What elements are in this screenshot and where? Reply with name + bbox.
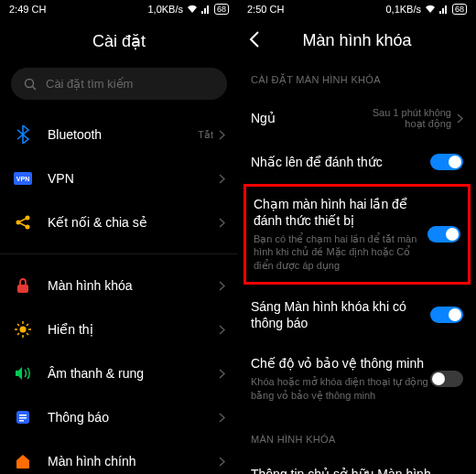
home-icon bbox=[13, 451, 33, 471]
status-bar: 2:49 CH 1,0KB/s 68 bbox=[0, 0, 238, 18]
search-input[interactable]: Cài đặt tìm kiếm bbox=[11, 68, 227, 100]
signal-icon bbox=[201, 5, 211, 14]
svg-line-15 bbox=[17, 324, 19, 326]
chevron-right-icon bbox=[219, 130, 225, 140]
svg-line-8 bbox=[20, 223, 26, 226]
status-right: 1,0KB/s 68 bbox=[147, 4, 229, 15]
row-home[interactable]: Màn hình chính bbox=[0, 439, 238, 474]
row-lockscreen[interactable]: Màn hình khóa bbox=[0, 264, 238, 307]
battery-icon: 68 bbox=[452, 4, 467, 15]
wifi-icon bbox=[187, 5, 198, 14]
chevron-right-icon bbox=[219, 457, 225, 467]
chevron-right-icon bbox=[219, 413, 225, 423]
svg-point-6 bbox=[26, 225, 30, 230]
row-bluetooth[interactable]: Bluetooth Tắt bbox=[0, 113, 238, 156]
chevron-right-icon bbox=[457, 113, 463, 124]
speaker-icon bbox=[13, 363, 33, 383]
toggle-raise-to-wake[interactable] bbox=[430, 154, 463, 170]
share-icon bbox=[13, 212, 33, 232]
svg-point-0 bbox=[26, 79, 34, 87]
status-time: 2:50 CH bbox=[247, 4, 284, 15]
row-double-tap-wake[interactable]: Chạm màn hình hai lần để đánh thức thiết… bbox=[254, 196, 460, 273]
row-sleep[interactable]: Ngủ Sau 1 phút không hoạt động bbox=[238, 95, 476, 142]
svg-point-4 bbox=[16, 221, 21, 225]
row-sound[interactable]: Âm thanh & rung bbox=[0, 351, 238, 395]
chevron-left-icon bbox=[249, 31, 259, 48]
status-bar: 2:50 CH 0,1KB/s 68 bbox=[238, 0, 476, 18]
toggle-wake-on-notification[interactable] bbox=[430, 307, 463, 323]
page-title: Cài đặt bbox=[0, 18, 238, 68]
svg-line-18 bbox=[27, 324, 28, 326]
lock-icon bbox=[13, 275, 33, 296]
toggle-smart-cover[interactable] bbox=[430, 371, 463, 387]
svg-line-7 bbox=[20, 219, 26, 221]
status-right: 0,1KB/s 68 bbox=[385, 4, 467, 15]
bluetooth-icon bbox=[13, 124, 33, 145]
svg-line-16 bbox=[27, 333, 28, 335]
svg-text:VPN: VPN bbox=[16, 176, 29, 182]
search-placeholder: Cài đặt tìm kiếm bbox=[46, 77, 133, 91]
row-wake-on-notification[interactable]: Sáng Màn hình khóa khi có thông báo bbox=[238, 286, 476, 343]
svg-rect-20 bbox=[19, 415, 27, 416]
chevron-right-icon bbox=[219, 218, 225, 228]
svg-point-5 bbox=[26, 216, 30, 221]
row-raise-to-wake[interactable]: Nhấc lên để đánh thức bbox=[238, 142, 476, 182]
sun-icon bbox=[13, 319, 33, 339]
section-label: MÀN HÌNH KHÓA bbox=[238, 426, 476, 454]
svg-line-1 bbox=[33, 86, 37, 90]
svg-point-10 bbox=[20, 327, 27, 333]
row-connect-share[interactable]: Kết nối & chia sẻ bbox=[0, 200, 238, 244]
search-icon bbox=[24, 78, 37, 91]
page-title: Màn hình khóa bbox=[238, 18, 476, 67]
settings-screen: 2:49 CH 1,0KB/s 68 Cài đặt Cài đặt tìm k… bbox=[0, 0, 238, 474]
chevron-right-icon bbox=[219, 174, 225, 184]
section-label: CÀI ĐẶT MÀN HÌNH KHÓA bbox=[238, 67, 476, 95]
svg-rect-22 bbox=[19, 420, 24, 422]
row-notifications[interactable]: Thông báo bbox=[0, 395, 238, 439]
svg-rect-21 bbox=[19, 417, 27, 419]
highlighted-setting: Chạm màn hình hai lần để đánh thức thiết… bbox=[243, 184, 471, 285]
row-owner-info[interactable]: Thông tin chủ sở hữu Màn hình khóa Tin n… bbox=[238, 454, 476, 474]
chevron-right-icon bbox=[219, 325, 225, 335]
lockscreen-settings-screen: 2:50 CH 0,1KB/s 68 Màn hình khóa CÀI ĐẶT… bbox=[238, 0, 476, 474]
signal-icon bbox=[439, 5, 449, 14]
toggle-double-tap-wake[interactable] bbox=[427, 226, 460, 242]
notification-icon bbox=[13, 407, 33, 427]
svg-line-17 bbox=[17, 333, 19, 335]
chevron-right-icon bbox=[219, 281, 225, 291]
row-smart-cover[interactable]: Chế độ vỏ bảo vệ thông minh Khóa hoặc mở… bbox=[238, 343, 476, 414]
row-vpn[interactable]: VPN VPN bbox=[0, 156, 238, 200]
back-button[interactable] bbox=[249, 31, 267, 49]
svg-rect-9 bbox=[17, 285, 28, 293]
chevron-right-icon bbox=[219, 369, 225, 379]
row-display[interactable]: Hiển thị bbox=[0, 307, 238, 351]
wifi-icon bbox=[425, 5, 436, 14]
battery-icon: 68 bbox=[214, 4, 229, 15]
vpn-icon: VPN bbox=[13, 168, 33, 189]
status-time: 2:49 CH bbox=[9, 4, 46, 15]
